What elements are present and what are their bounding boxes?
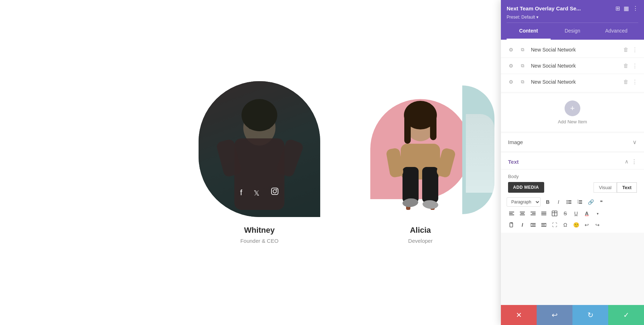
item-3-label: New Social Network	[531, 79, 623, 85]
omega-button[interactable]: Ω	[560, 220, 570, 230]
tab-bar: Content Design Advanced	[507, 23, 638, 40]
color-button[interactable]: A	[582, 208, 592, 218]
social-item-1: ⚙ ⧉ New Social Network 🗑 ⋮	[501, 42, 644, 58]
right-panel: Next Team Overlay Card Se... ⊞ ▦ ⋮ Prese…	[501, 0, 644, 325]
redo-button[interactable]: ↻	[572, 305, 608, 325]
screenshot-icon[interactable]: ⊞	[615, 5, 620, 12]
toolbar-row-1: Paragraph Heading 1 Heading 2 B I 123 🔗 …	[507, 197, 638, 207]
social-item-3: ⚙ ⧉ New Social Network 🗑 ⋮	[501, 74, 644, 90]
svg-rect-40	[520, 212, 525, 212]
svg-rect-45	[531, 215, 536, 215]
ordered-list-button[interactable]: 123	[575, 197, 585, 207]
whitney-name: Whitney	[244, 226, 275, 235]
paste-button[interactable]	[507, 220, 517, 230]
image-section[interactable]: Image ∨	[501, 133, 644, 151]
whitney-role: Founder & CEO	[240, 238, 279, 244]
undo-button[interactable]: ↩	[537, 305, 572, 325]
svg-rect-15	[402, 167, 419, 203]
item-2-more-icon[interactable]: ⋮	[631, 62, 638, 70]
item-1-copy-icon[interactable]: ⧉	[518, 45, 527, 54]
svg-text:3: 3	[577, 202, 579, 204]
toolbar-area: Paragraph Heading 1 Heading 2 B I 123 🔗 …	[501, 196, 644, 233]
tab-visual[interactable]: Visual	[594, 182, 617, 193]
svg-point-10	[276, 189, 277, 190]
panel-body[interactable]: ⚙ ⧉ New Social Network 🗑 ⋮ ⚙ ⧉ New Socia…	[501, 40, 644, 305]
bold-button[interactable]: B	[543, 197, 553, 207]
item-1-trash-icon[interactable]: 🗑	[623, 46, 629, 54]
svg-rect-27	[568, 203, 571, 204]
confirm-button[interactable]: ✓	[608, 305, 644, 325]
strikethrough-button[interactable]: S	[560, 208, 570, 218]
panel-header: Next Team Overlay Card Se... ⊞ ▦ ⋮ Prese…	[501, 0, 644, 40]
align-right-button[interactable]	[528, 208, 538, 218]
twitter-icon[interactable]: 𝕏	[254, 189, 259, 197]
italic-button[interactable]: I	[553, 197, 564, 207]
svg-rect-38	[509, 213, 513, 214]
svg-rect-58	[541, 223, 546, 224]
svg-rect-43	[531, 212, 536, 212]
item-3-more-icon[interactable]: ⋮	[631, 78, 638, 86]
align-center-button[interactable]	[517, 208, 527, 218]
third-card-partial	[462, 85, 494, 214]
text-more-icon[interactable]: ⋮	[631, 158, 637, 165]
item-2-copy-icon[interactable]: ⧉	[518, 61, 527, 70]
item-1-gear-icon[interactable]: ⚙	[507, 45, 515, 54]
editor-tabs: ADD MEDIA Visual Text	[501, 182, 644, 196]
columns-icon[interactable]: ▦	[624, 5, 629, 12]
align-justify-button[interactable]	[539, 208, 549, 218]
cancel-button[interactable]: ✕	[501, 305, 537, 325]
item-2-left-icons: ⚙ ⧉	[507, 61, 527, 70]
item-1-left-icons: ⚙ ⧉	[507, 45, 527, 54]
emoji-button[interactable]: 🙂	[571, 220, 581, 230]
text-chevron-up-icon[interactable]: ∧	[625, 158, 629, 165]
toolbar-row-3: I ⛶ Ω 🙂 ↩ ↪	[507, 220, 638, 230]
tab-text[interactable]: Text	[617, 182, 637, 193]
paragraph-select[interactable]: Paragraph Heading 1 Heading 2	[507, 197, 541, 207]
item-3-left-icons: ⚙ ⧉	[507, 78, 527, 86]
quote-button[interactable]: ❝	[596, 197, 606, 207]
svg-marker-61	[545, 224, 546, 226]
align-left-button[interactable]	[507, 208, 517, 218]
item-3-trash-icon[interactable]: 🗑	[623, 78, 629, 86]
add-new-item[interactable]: + Add New Item	[501, 93, 644, 132]
item-2-gear-icon[interactable]: ⚙	[507, 61, 515, 70]
svg-rect-39	[509, 215, 514, 215]
svg-point-29	[567, 202, 568, 203]
more-icon[interactable]: ⋮	[633, 5, 638, 12]
tab-content[interactable]: Content	[507, 23, 551, 40]
item-1-more-icon[interactable]: ⋮	[631, 46, 638, 54]
underline-button[interactable]: U	[571, 208, 581, 218]
instagram-icon[interactable]	[271, 187, 279, 197]
image-section-label: Image	[508, 139, 633, 145]
indent-left-button[interactable]	[528, 220, 538, 230]
svg-point-9	[273, 189, 276, 193]
item-2-trash-icon[interactable]: 🗑	[623, 62, 629, 70]
indent-right-button[interactable]	[539, 220, 549, 230]
body-row: Body	[501, 169, 644, 182]
whitney-overlay: f 𝕏	[199, 81, 320, 217]
undo-toolbar-button[interactable]: ↩	[582, 220, 592, 230]
tab-advanced[interactable]: Advanced	[594, 23, 638, 40]
link-button[interactable]: 🔗	[586, 197, 596, 207]
image-chevron-down-icon: ∨	[633, 139, 637, 146]
body-label: Body	[508, 174, 522, 179]
panel-preset[interactable]: Preset: Default ▾	[507, 15, 638, 20]
alicia-role: Developer	[408, 238, 433, 244]
table-button[interactable]	[550, 208, 560, 218]
svg-rect-8	[272, 188, 278, 194]
svg-point-28	[567, 200, 568, 201]
color-dropdown-icon[interactable]: ▾	[592, 208, 602, 218]
svg-rect-41	[521, 213, 524, 214]
item-3-copy-icon[interactable]: ⧉	[518, 78, 527, 86]
panel-header-icons: ⊞ ▦ ⋮	[615, 5, 638, 12]
facebook-icon[interactable]: f	[240, 188, 242, 197]
fullscreen-button[interactable]: ⛶	[550, 220, 560, 230]
unordered-list-button[interactable]	[564, 197, 574, 207]
redo-toolbar-button[interactable]: ↪	[592, 220, 602, 230]
add-media-button[interactable]: ADD MEDIA	[508, 182, 544, 193]
add-circle-icon: +	[565, 100, 580, 116]
italic-block-button[interactable]: I	[517, 220, 527, 230]
item-3-gear-icon[interactable]: ⚙	[507, 78, 515, 86]
svg-rect-48	[541, 215, 546, 215]
tab-design[interactable]: Design	[551, 23, 595, 40]
